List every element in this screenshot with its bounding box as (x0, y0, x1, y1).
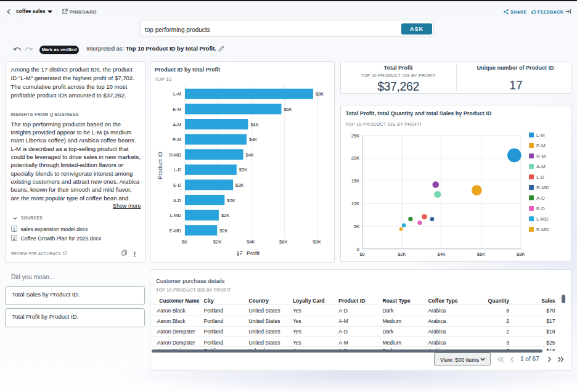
svg-text:$6K: $6K (284, 107, 292, 112)
svg-text:$4K: $4K (247, 239, 255, 245)
svg-text:E-MD: E-MD (170, 228, 182, 234)
svg-text:L-M: L-M (173, 91, 181, 97)
svg-text:$6K: $6K (477, 251, 485, 257)
svg-text:$4K: $4K (249, 137, 257, 142)
svg-text:R-MD: R-MD (169, 152, 181, 158)
svg-text:$8K: $8K (316, 91, 324, 97)
svg-text:$2K: $2K (221, 213, 229, 218)
svg-text:$4K: $4K (246, 152, 254, 158)
svg-text:$4K: $4K (438, 251, 446, 257)
svg-text:$8K: $8K (517, 251, 525, 257)
svg-text:$2K: $2K (227, 198, 235, 203)
svg-text:10K: 10K (351, 201, 359, 206)
svg-text:$2K: $2K (398, 251, 406, 257)
svg-text:A-D: A-D (173, 198, 182, 203)
svg-text:$8K: $8K (313, 239, 321, 245)
svg-text:$4K: $4K (250, 122, 258, 128)
svg-text:E-D: E-D (173, 182, 182, 188)
svg-text:$3K: $3K (239, 167, 247, 173)
svg-text:E-M: E-M (173, 107, 181, 112)
svg-text:$2K: $2K (219, 228, 227, 234)
svg-text:$6K: $6K (279, 239, 287, 245)
svg-text:15K: 15K (351, 178, 359, 184)
svg-text:5K: 5K (354, 224, 359, 229)
svg-text:L-MD: L-MD (170, 213, 182, 218)
svg-text:L-D: L-D (174, 167, 182, 173)
svg-text:$0: $0 (359, 251, 364, 257)
svg-text:$2K: $2K (213, 239, 221, 245)
svg-text:$0: $0 (182, 239, 187, 245)
svg-text:25K: 25K (351, 133, 359, 139)
svg-text:20K: 20K (351, 155, 359, 161)
svg-text:A-M: A-M (173, 122, 181, 128)
svg-text:$3K: $3K (235, 182, 243, 188)
svg-text:R-M: R-M (173, 137, 181, 142)
svg-text:0: 0 (357, 247, 359, 252)
